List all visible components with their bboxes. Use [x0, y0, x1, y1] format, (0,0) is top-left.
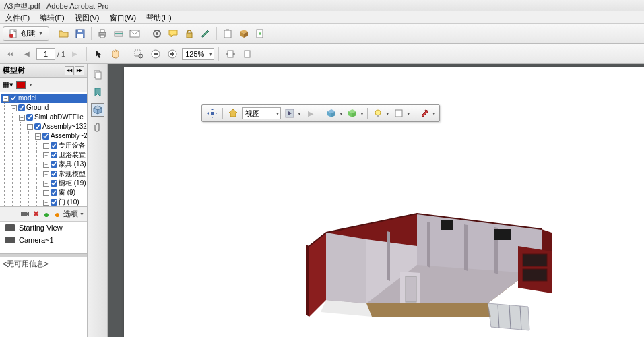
zoom-out-button[interactable] — [148, 47, 163, 61]
square-icon — [395, 109, 403, 117]
menu-help[interactable]: 帮助(H) — [143, 13, 174, 22]
3d-bgcolor-button[interactable] — [391, 106, 406, 120]
comment-button[interactable] — [166, 26, 181, 41]
toolbar-navigation: ⏮ ◀ / 1 ▶ 125% — [0, 44, 644, 64]
3d-next-button[interactable]: ▶ — [303, 106, 318, 120]
svg-rect-32 — [377, 115, 379, 117]
document-action-icon — [255, 29, 265, 38]
model-tree[interactable]: −model −Ground −SimLabDWFFile −Assembly~… — [0, 92, 87, 207]
tree-icon[interactable]: ▦▾ — [3, 80, 13, 89]
form-button[interactable] — [220, 26, 235, 41]
print-button[interactable] — [95, 26, 110, 41]
collapse-icon[interactable]: − — [3, 96, 9, 102]
action-button[interactable] — [253, 26, 267, 41]
panel-title: 模型树 — [3, 65, 25, 75]
views-toolbar: ✖ ● ● 选项▼ — [0, 207, 87, 222]
move-icon — [207, 108, 218, 119]
view-orange-button[interactable]: ● — [53, 210, 62, 219]
view-item-camera1[interactable]: Camera~1 — [0, 234, 87, 246]
tree-node[interactable]: +家具 (13) — [42, 160, 87, 169]
paperclip-icon — [94, 123, 102, 132]
scan-button[interactable] — [111, 26, 126, 41]
info-panel: <无可用信息> — [0, 257, 87, 337]
svg-rect-6 — [100, 30, 104, 32]
panel-prev-button[interactable]: ◂◂ — [65, 66, 74, 75]
3d-play-button[interactable] — [282, 106, 297, 120]
create-label: 创建 — [21, 28, 36, 38]
svg-rect-7 — [100, 35, 104, 38]
tree-node-simlab[interactable]: −SimLabDWFFile — [18, 113, 87, 122]
tree-node[interactable]: +窗 (9) — [42, 188, 87, 197]
model-tree-header: 模型树 ◂◂ ▸▸ — [0, 64, 87, 78]
3d-cross-section-button[interactable] — [371, 106, 385, 120]
color-swatch[interactable] — [16, 81, 26, 89]
tree-node[interactable]: +橱柜 (19) — [42, 179, 87, 188]
document-canvas[interactable]: 视图 ▼ ▶ ▼ ▼ ▼ ▼ ▼ — [88, 64, 644, 337]
fit-width-button[interactable] — [223, 47, 238, 61]
cube-colored-icon — [239, 29, 249, 38]
3d-rotate-button[interactable] — [205, 106, 220, 120]
gear-icon — [152, 29, 162, 38]
tree-node-model[interactable]: −model — [1, 94, 87, 103]
save-button[interactable] — [73, 26, 88, 41]
bookmarks-tab[interactable] — [91, 86, 104, 99]
tree-checkbox[interactable] — [10, 95, 17, 102]
bookmark-icon — [94, 88, 102, 97]
options-label[interactable]: 选项 — [63, 209, 78, 219]
folder-open-icon — [59, 29, 69, 38]
first-page-button[interactable]: ⏮ — [3, 47, 18, 61]
tree-node[interactable]: +专用设备 — [42, 141, 87, 150]
menu-window[interactable]: 窗口(W) — [107, 13, 139, 22]
scan-icon — [114, 29, 123, 38]
view-green-button[interactable]: ● — [42, 210, 51, 219]
tree-node-asm1[interactable]: −Assembly~1326 — [26, 122, 87, 131]
3d-render-button[interactable] — [324, 106, 339, 120]
envelope-icon — [129, 30, 140, 38]
open-button[interactable] — [57, 26, 71, 41]
minus-icon — [151, 49, 160, 59]
menu-view[interactable]: 视图(V) — [72, 13, 102, 22]
sign-button[interactable] — [198, 26, 213, 41]
3d-view-select[interactable]: 视图 — [242, 107, 281, 119]
3d-home-button[interactable] — [226, 106, 240, 120]
multimedia-button[interactable] — [236, 26, 251, 41]
panel-next-button[interactable]: ▸▸ — [75, 66, 84, 75]
thumbnails-tab[interactable] — [91, 68, 104, 82]
create-button[interactable]: 创建 ▼ — [3, 26, 49, 41]
3d-model-render — [286, 165, 575, 337]
play-icon — [285, 109, 294, 118]
tree-node-ground[interactable]: −Ground — [9, 103, 87, 113]
email-button[interactable] — [127, 26, 142, 41]
view-item-starting[interactable]: Starting View — [0, 222, 87, 234]
menu-edit[interactable]: 编辑(E) — [37, 13, 67, 22]
settings-button[interactable] — [150, 26, 164, 41]
collapse-icon[interactable]: − — [11, 105, 17, 111]
3d-tools-button[interactable] — [417, 106, 432, 120]
page-input[interactable] — [36, 48, 55, 60]
svg-point-31 — [375, 110, 381, 115]
pdf-page[interactable]: 视图 ▼ ▶ ▼ ▼ ▼ ▼ ▼ — [124, 67, 644, 337]
tree-node-asm2[interactable]: −Assembly~2 — [34, 131, 87, 141]
next-page-button[interactable]: ▶ — [67, 47, 82, 61]
view-add-button[interactable] — [20, 210, 30, 219]
zoom-select[interactable]: 125% — [182, 48, 214, 60]
secure-button[interactable] — [182, 26, 197, 41]
tree-node[interactable]: +卫浴装置 ( — [42, 150, 87, 160]
svg-rect-13 — [187, 33, 192, 38]
zoom-in-button[interactable] — [165, 47, 180, 61]
tree-node[interactable]: +常规模型 — [42, 169, 87, 179]
3d-light-button[interactable] — [345, 106, 360, 120]
marquee-zoom-button[interactable] — [131, 47, 146, 61]
hand-tool[interactable] — [108, 47, 123, 61]
attachments-tab[interactable] — [91, 121, 104, 134]
wrench-icon — [420, 109, 429, 118]
menu-file[interactable]: 文件(F) — [3, 13, 32, 22]
svg-rect-33 — [395, 110, 402, 117]
fit-page-button[interactable] — [240, 47, 255, 61]
model-tree-tab[interactable] — [91, 103, 104, 117]
menubar: 文件(F) 编辑(E) 视图(V) 窗口(W) 帮助(H) — [0, 11, 644, 24]
prev-page-button[interactable]: ◀ — [20, 47, 34, 61]
tree-node[interactable]: +门 (10) — [42, 197, 87, 207]
select-tool[interactable] — [91, 47, 106, 61]
view-delete-button[interactable]: ✖ — [31, 210, 40, 219]
